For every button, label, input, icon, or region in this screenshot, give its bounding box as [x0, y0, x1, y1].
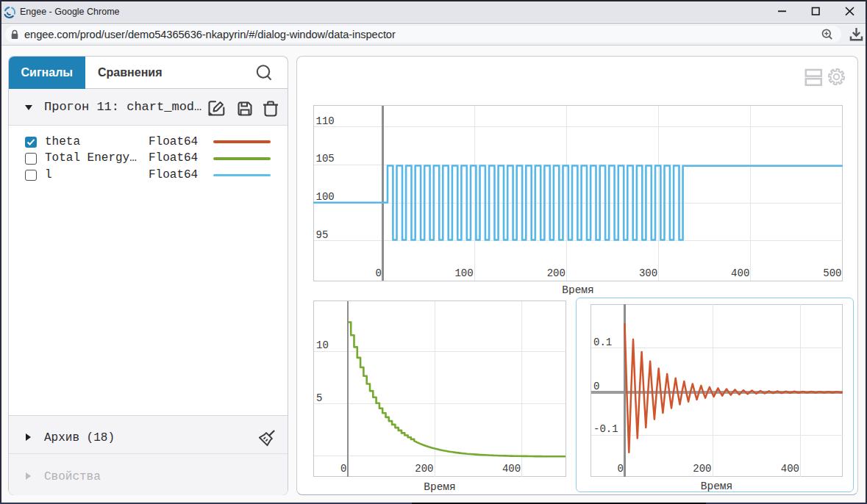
svg-text:0: 0 — [593, 381, 599, 392]
svg-text:110: 110 — [316, 115, 335, 127]
svg-text:200: 200 — [693, 463, 711, 475]
svg-text:200: 200 — [547, 267, 565, 279]
svg-text:0: 0 — [376, 267, 382, 279]
svg-text:200: 200 — [415, 463, 433, 475]
svg-text:-0.1: -0.1 — [593, 423, 618, 435]
svg-text:0: 0 — [340, 463, 346, 475]
svg-text:500: 500 — [823, 267, 841, 279]
svg-text:100: 100 — [454, 267, 473, 279]
svg-text:105: 105 — [316, 153, 335, 165]
svg-text:Время: Время — [562, 284, 594, 295]
svg-text:10: 10 — [316, 339, 329, 351]
svg-text:400: 400 — [502, 463, 521, 475]
svg-text:5: 5 — [316, 392, 322, 404]
svg-text:Время: Время — [701, 480, 733, 492]
svg-text:Время: Время — [424, 481, 456, 493]
svg-text:0: 0 — [618, 463, 624, 475]
svg-text:400: 400 — [731, 267, 749, 279]
svg-text:400: 400 — [781, 463, 799, 475]
svg-text:300: 300 — [639, 267, 657, 279]
svg-text:0.1: 0.1 — [593, 336, 612, 348]
svg-text:95: 95 — [316, 229, 329, 241]
svg-text:100: 100 — [316, 191, 335, 203]
